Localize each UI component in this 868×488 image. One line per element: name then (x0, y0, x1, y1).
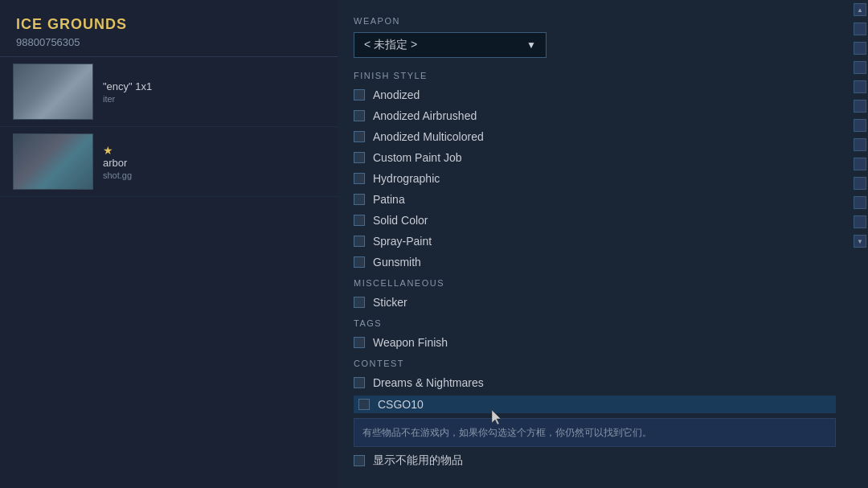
finish-hydrographic-label: Hydrographic (373, 172, 440, 185)
map-thumbnail-2 (13, 133, 93, 190)
checkbox-custom-paint-job[interactable] (354, 152, 365, 163)
weapon-dropdown-value: < 未指定 > (364, 38, 417, 52)
misc-sticker-label: Sticker (373, 296, 407, 309)
contest-csgo10[interactable]: CSGO10 (354, 396, 836, 413)
scroll-item-5[interactable] (854, 100, 866, 113)
finish-anodized-multicolored[interactable]: Anodized Multicolored (354, 129, 836, 145)
scroll-item-11[interactable] (854, 215, 866, 228)
finish-custom-paint-job-label: Custom Paint Job (373, 151, 462, 164)
notice-box: 有些物品不在游戏内，如果你勾选这个方框，你仍然可以找到它们。 (354, 418, 836, 447)
miscellaneous-label: MISCELLANEOUS (354, 278, 836, 288)
checkbox-anodized-multicolored[interactable] (354, 131, 365, 142)
checkbox-solid-color[interactable] (354, 215, 365, 226)
contest-label: CONTEST (354, 359, 836, 368)
map-item-2[interactable]: ★ arbor shot.gg (0, 127, 338, 197)
scroll-item-7[interactable] (854, 138, 866, 151)
scroll-item-10[interactable] (854, 196, 866, 209)
finish-spray-paint-label: Spray-Paint (373, 235, 432, 248)
finish-patina-label: Patina (373, 193, 405, 206)
finish-anodized-label: Anodized (373, 88, 420, 101)
map-sub-1: iter (103, 94, 325, 104)
checkbox-csgo10[interactable] (358, 399, 370, 410)
checkbox-show-unavailable[interactable] (354, 455, 365, 466)
map-sub-2: shot.gg (103, 170, 325, 180)
map-title: ICE GROUNDS (16, 16, 321, 33)
finish-gunsmith[interactable]: Gunsmith (354, 254, 836, 270)
checkbox-anodized-airbrushed[interactable] (354, 110, 365, 121)
show-unavailable-label: 显示不能用的物品 (373, 453, 463, 468)
show-unavailable[interactable]: 显示不能用的物品 (354, 452, 836, 470)
map-subtitle: 98800756305 (16, 36, 321, 48)
contest-dreams-nightmares[interactable]: Dreams & Nightmares (354, 375, 836, 391)
tag-weapon-finish[interactable]: Weapon Finish (354, 334, 836, 351)
checkbox-dreams-nightmares[interactable] (354, 377, 365, 388)
map-star-2: ★ (103, 144, 325, 157)
finish-anodized[interactable]: Anodized (354, 87, 836, 103)
map-name-1: "ency" 1x1 (103, 80, 325, 92)
map-item-1[interactable]: "ency" 1x1 iter (0, 57, 338, 127)
map-info-1: "ency" 1x1 iter (103, 80, 325, 104)
misc-sticker[interactable]: Sticker (354, 294, 836, 310)
contest-csgo10-label: CSGO10 (378, 398, 424, 411)
tag-weapon-finish-label: Weapon Finish (373, 336, 448, 349)
scroll-item-6[interactable] (854, 119, 866, 132)
notice-text: 有些物品不在游戏内，如果你勾选这个方框，你仍然可以找到它们。 (362, 425, 827, 440)
checkbox-anodized[interactable] (354, 89, 365, 100)
checkbox-spray-paint[interactable] (354, 236, 365, 247)
finish-solid-color[interactable]: Solid Color (354, 212, 836, 228)
checkbox-patina[interactable] (354, 194, 365, 205)
finish-gunsmith-label: Gunsmith (373, 256, 421, 269)
scroll-item-3[interactable] (854, 61, 866, 74)
scroll-item-9[interactable] (854, 177, 866, 190)
filter-container[interactable]: WEAPON < 未指定 > ▼ FINISH STYLE Anodized A… (338, 0, 852, 488)
finish-anodized-multicolored-label: Anodized Multicolored (373, 130, 484, 143)
contest-dreams-nightmares-label: Dreams & Nightmares (373, 376, 484, 389)
finish-anodized-airbrushed[interactable]: Anodized Airbrushed (354, 108, 836, 124)
finish-solid-color-label: Solid Color (373, 214, 428, 227)
map-info-2: ★ arbor shot.gg (103, 144, 325, 180)
scroll-item-1[interactable] (854, 23, 866, 35)
finish-anodized-airbrushed-label: Anodized Airbrushed (373, 109, 477, 122)
map-name-2: arbor (103, 157, 325, 169)
checkbox-gunsmith[interactable] (354, 256, 365, 268)
scroll-down-button[interactable]: ▼ (854, 235, 866, 248)
scroll-indicator: ▲ ▼ (852, 0, 868, 488)
scroll-item-4[interactable] (854, 80, 866, 93)
checkbox-sticker[interactable] (354, 297, 365, 308)
left-header: ICE GROUNDS 98800756305 (0, 0, 338, 57)
checkbox-hydrographic[interactable] (354, 173, 365, 184)
weapon-dropdown[interactable]: < 未指定 > ▼ (354, 32, 547, 58)
finish-patina[interactable]: Patina (354, 191, 836, 207)
finish-custom-paint-job[interactable]: Custom Paint Job (354, 150, 836, 166)
finish-spray-paint[interactable]: Spray-Paint (354, 233, 836, 249)
checkbox-weapon-finish[interactable] (354, 337, 365, 348)
scroll-item-2[interactable] (854, 42, 866, 55)
scroll-item-8[interactable] (854, 158, 866, 170)
weapon-section-label: WEAPON (354, 16, 836, 26)
finish-hydrographic[interactable]: Hydrographic (354, 170, 836, 187)
scroll-up-button[interactable]: ▲ (854, 3, 866, 16)
right-panel: WEAPON < 未指定 > ▼ FINISH STYLE Anodized A… (338, 0, 868, 488)
tags-label: TAGS (354, 318, 836, 328)
map-thumbnail-1 (13, 64, 93, 120)
finish-style-label: FINISH STYLE (354, 71, 836, 80)
left-panel: ICE GROUNDS 98800756305 "ency" 1x1 iter … (0, 0, 338, 488)
chevron-down-icon: ▼ (526, 39, 536, 51)
